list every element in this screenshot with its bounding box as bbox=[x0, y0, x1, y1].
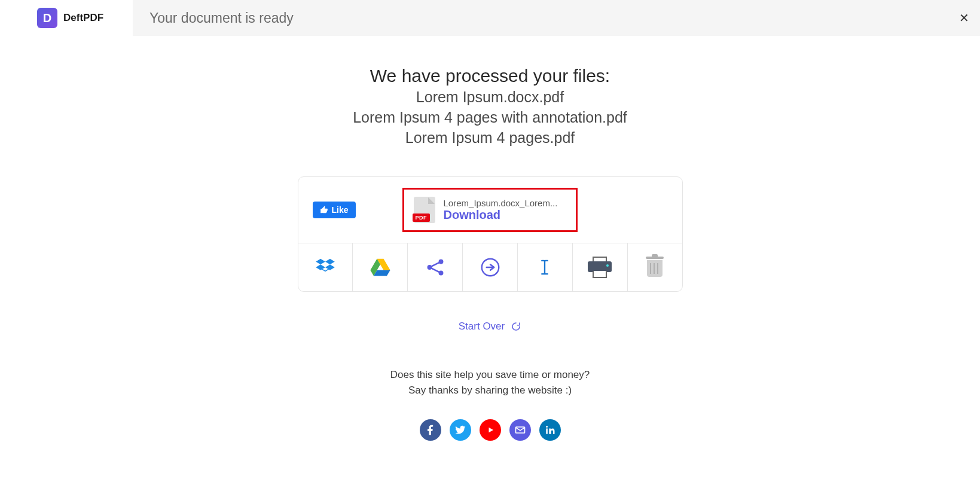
share-youtube-button[interactable] bbox=[480, 419, 501, 441]
dropbox-icon bbox=[314, 256, 337, 279]
download-box[interactable]: PDF Lorem_Ipsum.docx_Lorem... Download bbox=[402, 188, 578, 232]
svg-point-2 bbox=[438, 271, 443, 276]
processed-title: We have processed your files: bbox=[0, 66, 980, 86]
download-info: Lorem_Ipsum.docx_Lorem... Download bbox=[444, 198, 558, 222]
logo-section[interactable]: D DeftPDF bbox=[0, 0, 133, 39]
refresh-icon bbox=[511, 321, 521, 332]
header-bar: D DeftPDF Your document is ready ✕ bbox=[0, 0, 980, 36]
close-button[interactable]: ✕ bbox=[959, 11, 969, 25]
download-label: Download bbox=[444, 208, 558, 222]
start-over-label: Start Over bbox=[459, 321, 505, 333]
share-twitter-button[interactable] bbox=[450, 419, 471, 441]
processed-file: Lorem Ipsum 4 pages.pdf bbox=[0, 128, 980, 148]
print-button[interactable] bbox=[573, 243, 628, 291]
download-panel: Like PDF Lorem_Ipsum.docx_Lorem... Downl… bbox=[298, 176, 683, 292]
svg-point-0 bbox=[427, 265, 432, 270]
download-top-row: Like PDF Lorem_Ipsum.docx_Lorem... Downl… bbox=[298, 177, 682, 243]
google-drive-button[interactable] bbox=[353, 243, 408, 291]
facebook-icon bbox=[425, 424, 436, 436]
facebook-like-button[interactable]: Like bbox=[313, 202, 356, 218]
share-button[interactable] bbox=[408, 243, 463, 291]
start-over-link[interactable]: Start Over bbox=[459, 321, 521, 333]
share-facebook-button[interactable] bbox=[420, 419, 441, 441]
svg-point-6 bbox=[546, 426, 548, 428]
trash-icon bbox=[646, 257, 664, 278]
processed-file-list: Lorem Ipsum.docx.pdf Lorem Ipsum 4 pages… bbox=[0, 87, 980, 148]
pdf-badge: PDF bbox=[413, 213, 431, 222]
email-icon bbox=[514, 424, 526, 436]
arrow-circle-right-icon bbox=[479, 256, 502, 279]
download-filename: Lorem_Ipsum.docx_Lorem... bbox=[444, 198, 558, 208]
share-linkedin-button[interactable] bbox=[539, 419, 561, 441]
continue-button[interactable] bbox=[463, 243, 518, 291]
logo-badge-icon: D bbox=[37, 8, 57, 28]
thanks-line-2: Say thanks by sharing the website :) bbox=[0, 383, 980, 398]
thumbs-up-icon bbox=[320, 206, 328, 214]
svg-point-1 bbox=[438, 260, 443, 264]
like-label: Like bbox=[332, 205, 349, 215]
delete-button[interactable] bbox=[628, 243, 682, 291]
youtube-icon bbox=[484, 424, 496, 436]
svg-rect-5 bbox=[546, 429, 548, 434]
linkedin-icon bbox=[544, 424, 556, 436]
share-icon bbox=[424, 256, 447, 279]
main-content: We have processed your files: Lorem Ipsu… bbox=[0, 36, 980, 441]
dropbox-button[interactable] bbox=[298, 243, 353, 291]
rename-button[interactable] bbox=[518, 243, 573, 291]
printer-icon bbox=[588, 257, 612, 278]
google-drive-icon bbox=[369, 256, 392, 279]
brand-name: DeftPDF bbox=[63, 12, 103, 24]
processed-file: Lorem Ipsum.docx.pdf bbox=[0, 87, 980, 108]
thanks-line-1: Does this site help you save time or mon… bbox=[0, 367, 980, 383]
pdf-file-icon: PDF bbox=[414, 197, 435, 223]
thanks-section: Does this site help you save time or mon… bbox=[0, 367, 980, 398]
social-row bbox=[0, 419, 980, 441]
share-email-button[interactable] bbox=[509, 419, 531, 441]
action-row bbox=[298, 243, 682, 291]
processed-file: Lorem Ipsum 4 pages with annotation.pdf bbox=[0, 108, 980, 128]
text-cursor-icon bbox=[533, 256, 556, 279]
ready-text: Your document is ready bbox=[133, 10, 294, 26]
twitter-icon bbox=[454, 424, 466, 436]
